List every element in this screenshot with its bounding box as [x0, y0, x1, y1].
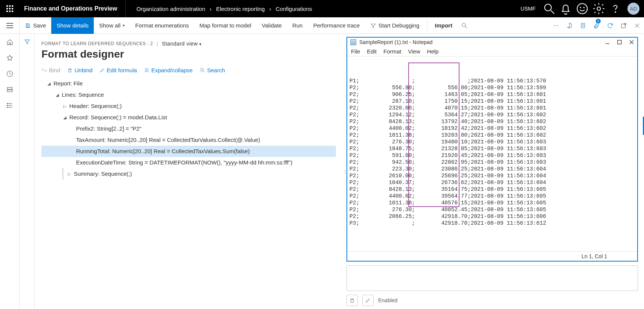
svg-rect-36 [351, 299, 354, 302]
tree-node-runningtotal[interactable]: RunningTotal: Numeric[20..20] Real = Col… [41, 146, 336, 157]
bind-button[interactable]: Bind [41, 67, 60, 73]
org-label[interactable]: USMF [517, 6, 539, 12]
popout-icon[interactable] [617, 17, 630, 34]
edit-button[interactable] [362, 295, 374, 306]
tree-label: Prefix2: String[2..2] = "P2" [76, 123, 142, 134]
svg-rect-33 [618, 40, 621, 44]
collapse-icon: ◢ [55, 89, 60, 100]
svg-point-8 [371, 23, 372, 24]
run-button[interactable]: Run [287, 17, 308, 34]
tree-node-execdatetime[interactable]: ExecutionDateTime: String = DATETIMEFORM… [41, 157, 336, 168]
tree-label: ExecutionDateTime: String = DATETIMEFORM… [76, 157, 292, 168]
tree-label: Record: Sequence(;) = model.Data.List [69, 112, 167, 123]
svg-line-1 [551, 11, 554, 14]
delete-button[interactable] [346, 295, 358, 306]
drag-handle-icon [63, 168, 63, 180]
format-name: FORMAT TO LEARN DEFERRED SEQUENCES : 2 [41, 41, 153, 46]
app-launcher[interactable] [0, 0, 20, 17]
svg-point-24 [7, 105, 8, 106]
svg-point-5 [597, 7, 601, 11]
tree-node-report[interactable]: ◢Report: File [41, 78, 336, 89]
import-button[interactable]: Import [430, 17, 458, 34]
menu-file[interactable]: File [351, 48, 360, 55]
format-enumerations-button[interactable]: Format enumerations [130, 17, 194, 34]
minimize-icon[interactable] [605, 40, 610, 45]
menu-view[interactable]: View [408, 48, 420, 55]
validate-button[interactable]: Validate [256, 17, 287, 34]
unbind-button[interactable]: Unbind [67, 67, 93, 73]
menu-edit[interactable]: Edit [367, 48, 377, 55]
help-icon[interactable] [609, 0, 622, 17]
svg-point-25 [7, 107, 8, 108]
search-button[interactable]: Search [200, 67, 225, 73]
star-icon[interactable] [6, 54, 14, 62]
nav-toggle[interactable] [0, 17, 20, 34]
attachments-count[interactable]: 0 [590, 17, 603, 34]
expand-collapse-button[interactable]: Expand/collapse [144, 67, 193, 73]
avatar[interactable]: AD [627, 3, 639, 15]
show-details-button[interactable]: Show details [51, 17, 94, 34]
breadcrumb-item[interactable]: Configurations [276, 6, 312, 12]
office-icon[interactable] [563, 17, 576, 34]
gear-icon[interactable] [592, 0, 606, 17]
filter-column [20, 34, 35, 309]
tree-label: Lines: Sequence [62, 89, 104, 100]
refresh-icon[interactable] [603, 17, 617, 34]
expand-icon: ▷ [67, 168, 72, 180]
more-icon[interactable]: ⋯ [549, 17, 563, 34]
tree-node-summary[interactable]: ▷Summary: Sequence(;) [41, 168, 336, 180]
collapse-icon: ◢ [63, 112, 67, 123]
tree-node-taxamount[interactable]: TaxAmount: Numeric[20..20] Real = Collec… [41, 134, 336, 146]
menu-help[interactable]: Help [427, 48, 439, 55]
svg-rect-7 [27, 26, 29, 27]
tree-node-lines[interactable]: ◢Lines: Sequence [41, 89, 336, 100]
enabled-label: Enabled [378, 297, 397, 303]
notepad-titlebar[interactable]: SampleReport (1).txt - Notepad [347, 38, 637, 47]
view-selector[interactable]: Standard view ▾ [162, 41, 202, 47]
app-title: Finance and Operations Preview [20, 0, 126, 17]
tree-node-header[interactable]: ▷Header: Sequence(;) [41, 100, 336, 112]
notepad-content[interactable]: P1; ; ;2021-08-09 11:56:13:570 P2; 556.8… [347, 56, 637, 251]
close-icon[interactable] [629, 40, 634, 45]
breadcrumb-item[interactable]: Organization administration [136, 6, 205, 12]
close-icon[interactable] [630, 17, 644, 34]
search-icon[interactable] [542, 0, 556, 17]
workspace-icon[interactable] [6, 86, 14, 93]
edit-formula-button[interactable]: Edit formula [99, 67, 137, 73]
expand-icon: ▷ [63, 100, 67, 112]
find-icon[interactable] [458, 17, 471, 34]
svg-point-2 [577, 4, 588, 14]
left-rail [0, 34, 20, 309]
designer-pane: FORMAT TO LEARN DEFERRED SEQUENCES : 2 |… [35, 34, 343, 309]
bell-icon[interactable] [559, 0, 572, 17]
attach-icon[interactable] [576, 17, 590, 34]
svg-point-11 [462, 23, 465, 27]
maximize-icon[interactable] [617, 40, 622, 45]
map-format-button[interactable]: Map format to model [194, 17, 257, 34]
svg-point-3 [580, 7, 581, 8]
svg-line-12 [465, 26, 467, 28]
save-label: Save [33, 22, 46, 29]
filter-icon[interactable] [24, 38, 31, 309]
svg-point-6 [615, 12, 616, 12]
menu-format[interactable]: Format [383, 48, 401, 55]
splitter[interactable]: ⋮ [343, 34, 346, 309]
smile-icon[interactable] [575, 0, 589, 17]
svg-point-23 [7, 103, 8, 104]
command-bar: Save Show details Show all ▾ Format enum… [0, 17, 644, 34]
notepad-icon [350, 39, 356, 45]
expand-collapse-label: Expand/collapse [151, 67, 193, 73]
save-button[interactable]: Save [20, 17, 51, 34]
menu-icon [6, 23, 13, 28]
recent-icon[interactable] [6, 70, 14, 78]
breadcrumb-item[interactable]: Electronic reporting [216, 6, 265, 12]
modules-icon[interactable] [6, 102, 14, 109]
attachment-box[interactable] [346, 265, 638, 291]
tree-node-record[interactable]: ◢Record: Sequence(;) = model.Data.List [41, 112, 336, 123]
start-debugging-button[interactable]: Start Debugging [365, 17, 424, 34]
tree-node-prefix[interactable]: Prefix2: String[2..2] = "P2" [41, 123, 336, 134]
performance-trace-button[interactable]: Performance trace [308, 17, 365, 34]
home-icon[interactable] [6, 38, 14, 46]
svg-rect-26 [69, 69, 71, 72]
show-all-button[interactable]: Show all ▾ [94, 17, 130, 34]
